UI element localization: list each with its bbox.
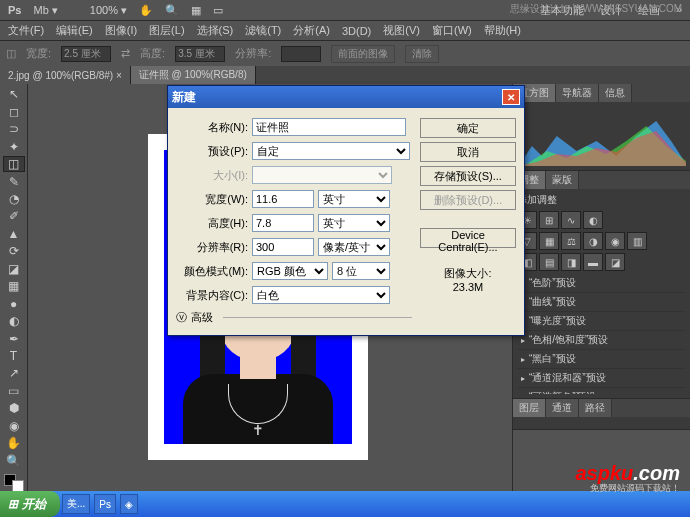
adv-chevron-icon[interactable]: ⓥ bbox=[176, 310, 187, 325]
3dcam-tool[interactable]: ◉ bbox=[3, 417, 25, 433]
close-icon[interactable]: ✕ bbox=[502, 89, 520, 105]
menu-mb[interactable]: Mb ▾ bbox=[29, 2, 61, 19]
adj-photo-icon[interactable]: ◉ bbox=[605, 232, 625, 250]
gradient-tool[interactable]: ▦ bbox=[3, 278, 25, 294]
opt-height-input[interactable] bbox=[175, 46, 225, 62]
menu-analysis[interactable]: 分析(A) bbox=[289, 21, 334, 40]
pen-tool[interactable]: ✒ bbox=[3, 330, 25, 346]
adj-poster-icon[interactable]: ▤ bbox=[539, 253, 559, 271]
tab-masks[interactable]: 蒙版 bbox=[546, 171, 579, 189]
task-item[interactable]: Ps bbox=[94, 494, 116, 514]
front-image-button[interactable]: 前面的图像 bbox=[331, 45, 395, 63]
width-input[interactable] bbox=[252, 190, 314, 208]
menu-file[interactable]: 文件(F) bbox=[4, 21, 48, 40]
menu-image[interactable]: 图像(I) bbox=[101, 21, 141, 40]
tab-paths[interactable]: 路径 bbox=[579, 399, 612, 417]
cancel-button[interactable]: 取消 bbox=[420, 142, 516, 162]
doc-tabs: 2.jpg @ 100%(RGB/8#) × 证件照 @ 100%(RGB/8) bbox=[0, 66, 690, 84]
preset-selective[interactable]: “可选颜色”预设 bbox=[517, 388, 686, 394]
tab-doc-2[interactable]: 证件照 @ 100%(RGB/8) bbox=[131, 66, 256, 84]
adj-curves-icon[interactable]: ∿ bbox=[561, 211, 581, 229]
delete-preset-button[interactable]: 删除预设(D)... bbox=[420, 190, 516, 210]
tab-layers[interactable]: 图层 bbox=[513, 399, 546, 417]
menu-filter[interactable]: 滤镜(T) bbox=[241, 21, 285, 40]
screen-icon[interactable]: ▭ bbox=[209, 2, 227, 19]
menu-3d[interactable]: 3D(D) bbox=[338, 23, 375, 39]
lasso-tool[interactable]: ⊃ bbox=[3, 121, 25, 137]
adj-hue-icon[interactable]: ▦ bbox=[539, 232, 559, 250]
histogram bbox=[513, 102, 690, 170]
preset-levels[interactable]: “色阶”预设 bbox=[517, 274, 686, 293]
save-preset-button[interactable]: 存储预设(S)... bbox=[420, 166, 516, 186]
res-input[interactable] bbox=[252, 238, 314, 256]
move-tool[interactable]: ↖ bbox=[3, 86, 25, 102]
start-button[interactable]: ⊞开始 bbox=[0, 491, 60, 517]
zoom-display[interactable]: 100% ▾ bbox=[86, 2, 131, 19]
imgsize-label: 图像大小: bbox=[420, 266, 516, 281]
eraser-tool[interactable]: ◪ bbox=[3, 261, 25, 277]
adj-thresh-icon[interactable]: ◨ bbox=[561, 253, 581, 271]
adj-exposure-icon[interactable]: ◐ bbox=[583, 211, 603, 229]
device-central-button[interactable]: Device Central(E)... bbox=[420, 228, 516, 248]
bg-select[interactable]: 白色 bbox=[252, 286, 390, 304]
preset-mixer[interactable]: “通道混和器”预设 bbox=[517, 369, 686, 388]
menu-edit[interactable]: 编辑(E) bbox=[52, 21, 97, 40]
view-icon[interactable]: ▦ bbox=[187, 2, 205, 19]
eyedropper-tool[interactable]: ✎ bbox=[3, 173, 25, 189]
hand-tool[interactable]: ✋ bbox=[3, 435, 25, 451]
res-unit[interactable]: 像素/英寸 bbox=[318, 238, 390, 256]
menu-view[interactable]: 视图(V) bbox=[379, 21, 424, 40]
marquee-tool[interactable]: ◻ bbox=[3, 103, 25, 119]
path-tool[interactable]: ↗ bbox=[3, 365, 25, 381]
clear-button[interactable]: 清除 bbox=[405, 45, 439, 63]
text-tool[interactable]: T bbox=[3, 348, 25, 364]
menu-select[interactable]: 选择(S) bbox=[193, 21, 238, 40]
adj-balance-icon[interactable]: ⚖ bbox=[561, 232, 581, 250]
crop-tool[interactable]: ◫ bbox=[3, 156, 25, 173]
stamp-tool[interactable]: ▲ bbox=[3, 226, 25, 242]
bits-select[interactable]: 8 位 bbox=[332, 262, 390, 280]
hand-icon[interactable]: ✋ bbox=[135, 2, 157, 19]
adj-levels-icon[interactable]: ⊞ bbox=[539, 211, 559, 229]
adj-gradmap-icon[interactable]: ▬ bbox=[583, 253, 603, 271]
wand-tool[interactable]: ✦ bbox=[3, 138, 25, 154]
preset-select[interactable]: 自定 bbox=[252, 142, 410, 160]
height-unit[interactable]: 英寸 bbox=[318, 214, 390, 232]
zoom-tool[interactable]: 🔍 bbox=[3, 452, 25, 468]
preset-exposure[interactable]: “曝光度”预设 bbox=[517, 312, 686, 331]
tab-channels[interactable]: 通道 bbox=[546, 399, 579, 417]
width-unit[interactable]: 英寸 bbox=[318, 190, 390, 208]
color-swatches[interactable] bbox=[4, 474, 24, 492]
swap-icon[interactable]: ⇄ bbox=[121, 47, 130, 60]
blur-tool[interactable]: ● bbox=[3, 295, 25, 311]
adj-bw-icon[interactable]: ◑ bbox=[583, 232, 603, 250]
brush-tool[interactable]: ✐ bbox=[3, 208, 25, 224]
dialog-titlebar[interactable]: 新建 ✕ bbox=[168, 86, 524, 108]
tab-info[interactable]: 信息 bbox=[599, 84, 632, 102]
adj-selective-icon[interactable]: ◪ bbox=[605, 253, 625, 271]
menu-help[interactable]: 帮助(H) bbox=[480, 21, 525, 40]
tab-doc-1[interactable]: 2.jpg @ 100%(RGB/8#) × bbox=[0, 66, 131, 84]
mode-select[interactable]: RGB 颜色 bbox=[252, 262, 328, 280]
shape-tool[interactable]: ▭ bbox=[3, 383, 25, 399]
adv-label[interactable]: 高级 bbox=[191, 310, 213, 325]
name-input[interactable] bbox=[252, 118, 406, 136]
preset-bw[interactable]: “黑白”预设 bbox=[517, 350, 686, 369]
menu-layer[interactable]: 图层(L) bbox=[145, 21, 188, 40]
zoom-icon[interactable]: 🔍 bbox=[161, 2, 183, 19]
opt-res-input[interactable] bbox=[281, 46, 321, 62]
adj-mixer-icon[interactable]: ▥ bbox=[627, 232, 647, 250]
task-item[interactable]: 美... bbox=[62, 494, 90, 514]
heal-tool[interactable]: ◔ bbox=[3, 191, 25, 207]
3d-tool[interactable]: ⬢ bbox=[3, 400, 25, 416]
preset-huesat[interactable]: “色相/饱和度”预设 bbox=[517, 331, 686, 350]
dodge-tool[interactable]: ◐ bbox=[3, 313, 25, 329]
menu-window[interactable]: 窗口(W) bbox=[428, 21, 476, 40]
ok-button[interactable]: 确定 bbox=[420, 118, 516, 138]
opt-width-input[interactable] bbox=[61, 46, 111, 62]
tab-navigator[interactable]: 导航器 bbox=[556, 84, 599, 102]
history-tool[interactable]: ⟳ bbox=[3, 243, 25, 259]
height-input[interactable] bbox=[252, 214, 314, 232]
preset-curves[interactable]: “曲线”预设 bbox=[517, 293, 686, 312]
task-item[interactable]: ◈ bbox=[120, 494, 138, 514]
